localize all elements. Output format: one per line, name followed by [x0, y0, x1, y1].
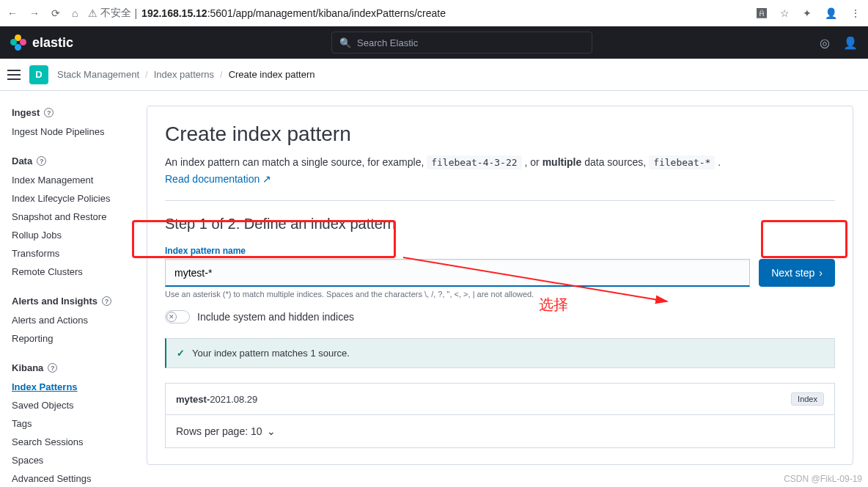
- sidebar-item-tags[interactable]: Tags: [6, 414, 132, 433]
- insecure-badge: ⚠ 不安全 |: [88, 7, 137, 20]
- sidebar-item-reporting[interactable]: Reporting: [6, 329, 132, 348]
- home-icon[interactable]: ⌂: [72, 7, 78, 19]
- page-title: Create index pattern: [165, 122, 835, 146]
- elastic-header: elastic 🔍 Search Elastic ◎ 👤: [0, 26, 868, 59]
- matched-index-row: mytest-2021.08.29 Index: [165, 383, 835, 415]
- warning-icon: ⚠: [88, 7, 98, 19]
- search-placeholder: Search Elastic: [357, 37, 418, 48]
- star-icon[interactable]: ☆: [780, 7, 790, 19]
- help-icon[interactable]: ?: [44, 108, 54, 117]
- check-icon: ✓: [177, 348, 185, 359]
- extension-icon[interactable]: ✦: [803, 7, 812, 19]
- brand-text: elastic: [32, 35, 73, 51]
- breadcrumb-sep: /: [220, 69, 223, 80]
- sidebar-section-alerts: Alerts and Insights?: [6, 291, 132, 311]
- global-search[interactable]: 🔍 Search Elastic: [331, 32, 592, 54]
- elastic-logo-icon: [10, 34, 26, 51]
- field-label: Index pattern name: [165, 246, 835, 256]
- sidebar-item-index-patterns[interactable]: Index Patterns: [6, 378, 132, 396]
- sidebar-item-rollup[interactable]: Rollup Jobs: [6, 226, 132, 244]
- sidebar-item-transforms[interactable]: Transforms: [6, 244, 132, 263]
- help-icon[interactable]: ?: [48, 363, 57, 373]
- space-selector[interactable]: D: [29, 65, 48, 84]
- sub-header: D Stack Management / Index patterns / Cr…: [0, 59, 868, 91]
- external-link-icon: ↗: [262, 173, 271, 185]
- description: An index pattern can match a single sour…: [165, 156, 835, 168]
- help-icon[interactable]: ?: [37, 156, 46, 166]
- translate-icon[interactable]: 🅰: [757, 7, 767, 19]
- main-content: Create index pattern An index pattern ca…: [132, 91, 868, 487]
- help-icon[interactable]: ◎: [820, 36, 830, 50]
- rows-per-page[interactable]: Rows per page: 10 ⌄: [165, 415, 835, 448]
- next-step-button[interactable]: Next step ›: [759, 259, 835, 287]
- browser-chrome: ← → ⟳ ⌂ ⚠ 不安全 | 192.168.15.12:5601/app/m…: [0, 0, 868, 26]
- breadcrumb-current: Create index pattern: [229, 69, 315, 80]
- match-callout: ✓ Your index pattern matches 1 source.: [165, 338, 835, 368]
- read-docs-link[interactable]: Read documentation ↗: [165, 173, 271, 185]
- create-pattern-panel: Create index pattern An index pattern ca…: [147, 106, 853, 465]
- breadcrumb-index-patterns[interactable]: Index patterns: [154, 69, 214, 80]
- sidebar-item-advanced[interactable]: Advanced Settings: [6, 469, 132, 487]
- back-icon[interactable]: ←: [7, 7, 18, 19]
- sidebar-section-data: Data?: [6, 151, 132, 171]
- url-host: 192.168.15.12:5601/app/management/kibana…: [141, 7, 446, 19]
- breadcrumb-stack-management[interactable]: Stack Management: [57, 69, 139, 80]
- user-icon[interactable]: 👤: [843, 36, 858, 50]
- profile-icon[interactable]: 👤: [825, 7, 837, 19]
- sidebar-item-index-management[interactable]: Index Management: [6, 171, 132, 189]
- chevron-down-icon: ⌄: [267, 425, 276, 437]
- elastic-logo[interactable]: elastic: [10, 34, 73, 51]
- address-bar[interactable]: ⚠ 不安全 | 192.168.15.12:5601/app/managemen…: [88, 7, 746, 20]
- toggle-label: Include system and hidden indices: [197, 311, 354, 323]
- search-icon: 🔍: [339, 37, 351, 48]
- nav-buttons: ← → ⟳ ⌂: [7, 7, 78, 19]
- sidebar-section-kibana: Kibana?: [6, 358, 132, 378]
- sidebar: Ingest? Ingest Node Pipelines Data? Inde…: [0, 91, 132, 487]
- breadcrumb: Stack Management / Index patterns / Crea…: [57, 69, 315, 80]
- hamburger-icon[interactable]: [7, 70, 21, 80]
- index-badge: Index: [791, 392, 824, 406]
- step-title: Step 1 of 2: Define an index pattern: [165, 216, 835, 232]
- include-hidden-toggle[interactable]: ✕: [165, 310, 190, 323]
- chevron-right-icon: ›: [819, 267, 823, 279]
- sidebar-item-saved-objects[interactable]: Saved Objects: [6, 396, 132, 414]
- sidebar-item-search-sessions[interactable]: Search Sessions: [6, 433, 132, 451]
- sidebar-item-ingest-pipelines[interactable]: Ingest Node Pipelines: [6, 122, 132, 141]
- field-hint: Use an asterisk (*) to match multiple in…: [165, 290, 750, 299]
- chrome-right: 🅰 ☆ ✦ 👤 ⋮: [757, 7, 861, 19]
- reload-icon[interactable]: ⟳: [51, 7, 60, 19]
- help-icon[interactable]: ?: [102, 296, 111, 306]
- sidebar-item-alerts[interactable]: Alerts and Actions: [6, 311, 132, 329]
- code-example-2: filebeat-*: [649, 155, 715, 169]
- code-example-1: filebeat-4-3-22: [427, 155, 521, 169]
- sidebar-item-remote-clusters[interactable]: Remote Clusters: [6, 263, 132, 281]
- sidebar-item-ilm[interactable]: Index Lifecycle Policies: [6, 189, 132, 208]
- sidebar-section-ingest: Ingest?: [6, 103, 132, 122]
- index-pattern-name-input[interactable]: [165, 259, 750, 287]
- sidebar-item-spaces[interactable]: Spaces: [6, 451, 132, 469]
- breadcrumb-sep: /: [145, 69, 148, 80]
- menu-icon[interactable]: ⋮: [850, 7, 861, 19]
- separator: |: [134, 7, 137, 19]
- forward-icon[interactable]: →: [29, 7, 40, 19]
- insecure-text: 不安全: [100, 7, 131, 20]
- sidebar-item-snapshot[interactable]: Snapshot and Restore: [6, 208, 132, 226]
- watermark: CSDN @FikL-09-19: [784, 474, 862, 484]
